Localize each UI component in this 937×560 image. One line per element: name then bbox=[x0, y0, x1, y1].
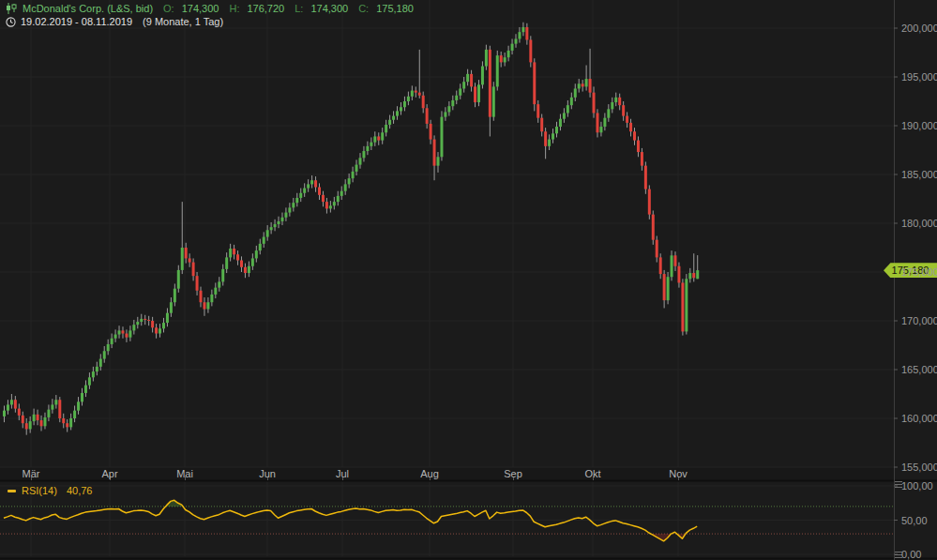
price-axis-label: 170,000 bbox=[901, 315, 937, 326]
rsi-line-swatch-icon bbox=[8, 490, 16, 492]
candles-layer[interactable] bbox=[3, 23, 699, 435]
price-axis-label: 160,000 bbox=[901, 413, 937, 424]
instrument-header: McDonald's Corp. (L&S, bid) O:174,300 H:… bbox=[6, 3, 414, 14]
time-axis-month-label: Apr bbox=[101, 468, 117, 479]
time-axis-strip[interactable] bbox=[0, 467, 894, 480]
rsi-current-value: 40,76 bbox=[67, 485, 93, 496]
rsi-legend[interactable]: RSI(14) 40,76 bbox=[8, 485, 92, 496]
price-axis-label: 165,000 bbox=[901, 364, 937, 375]
date-range: 19.02.2019 - 08.11.2019 bbox=[21, 16, 132, 27]
rsi-axis-label: 100,00 bbox=[901, 480, 933, 492]
time-axis-month-label: Aug bbox=[420, 468, 439, 479]
price-axis-label: 195,000 bbox=[901, 71, 937, 83]
open-value: 174,300 bbox=[182, 3, 219, 14]
time-axis-month-label: Okt bbox=[584, 468, 600, 479]
price-axis-label: 180,000 bbox=[901, 218, 937, 229]
rsi-axis-label: 50,00 bbox=[901, 515, 928, 526]
candlestick-chart-icon bbox=[6, 3, 18, 14]
price-axis-label: 155,000 bbox=[901, 462, 937, 473]
time-axis-month-label: Sep bbox=[504, 468, 522, 479]
close-value: 175,180 bbox=[376, 3, 414, 14]
open-label: O: bbox=[163, 3, 174, 14]
time-axis-month-label: Jul bbox=[336, 468, 349, 479]
high-value: 176,720 bbox=[247, 3, 284, 14]
time-axis-month-label: Mär bbox=[23, 468, 40, 479]
chart-canvas[interactable] bbox=[0, 0, 937, 560]
price-axis-label: 200,000 bbox=[901, 23, 937, 34]
time-axis-month-label: Mai bbox=[176, 468, 193, 479]
close-label: C: bbox=[358, 3, 369, 14]
high-label: H: bbox=[229, 3, 239, 14]
time-axis-month-label: Jun bbox=[259, 468, 276, 479]
trading-chart-window: McDonald's Corp. (L&S, bid) O:174,300 H:… bbox=[0, 0, 937, 560]
instrument-name[interactable]: McDonald's Corp. (L&S, bid) bbox=[23, 3, 153, 14]
low-value: 174,300 bbox=[310, 3, 348, 14]
date-range-header: 19.02.2019 - 08.11.2019 (9 Monate, 1 Tag… bbox=[6, 16, 223, 27]
rsi-indicator-name: RSI(14) bbox=[22, 485, 57, 496]
price-axis-label: 175,000 bbox=[901, 266, 937, 278]
period-label: (9 Monate, 1 Tag) bbox=[143, 16, 223, 27]
price-axis-label: 190,000 bbox=[901, 120, 937, 131]
rsi-axis-label: 0,00 bbox=[901, 549, 921, 560]
low-label: L: bbox=[295, 3, 303, 14]
time-axis-month-label: Nov bbox=[669, 468, 688, 479]
price-axis-label: 185,000 bbox=[901, 169, 937, 180]
clock-icon bbox=[6, 17, 16, 27]
